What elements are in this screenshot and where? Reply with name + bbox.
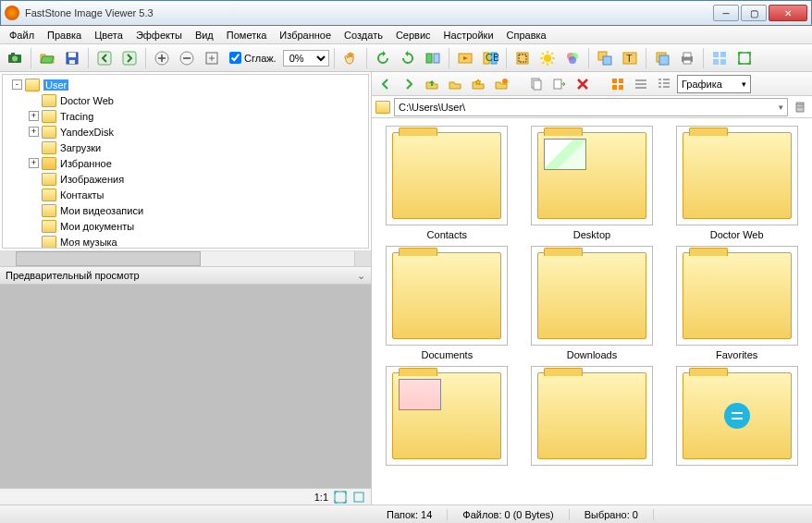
menu-эффекты[interactable]: Эффекты <box>130 28 188 43</box>
zoom-fit-icon[interactable] <box>201 47 223 69</box>
tree-item[interactable]: Мои видеозаписи <box>5 202 366 218</box>
tree-label: Мои видеозаписи <box>60 205 143 216</box>
batch-icon[interactable] <box>651 47 673 69</box>
tree-item[interactable]: Мои документы <box>5 218 366 234</box>
menu-вид[interactable]: Вид <box>190 28 219 43</box>
tree-toggle-icon <box>29 237 39 247</box>
thumbnail-item[interactable]: Documents <box>379 246 515 360</box>
smooth-checkbox[interactable]: Сглаж. <box>229 52 277 64</box>
tree-toggle-icon[interactable]: + <box>29 158 39 168</box>
thumbnail-item[interactable] <box>524 366 660 469</box>
menu-сервис[interactable]: Сервис <box>390 28 437 43</box>
thumbnail-item[interactable]: Doctor Web <box>669 126 805 240</box>
tree-item[interactable]: Изображения <box>5 171 366 187</box>
svg-rect-42 <box>534 80 541 90</box>
view-thumbs-icon[interactable] <box>608 74 628 94</box>
nav-new-folder-icon[interactable] <box>491 74 511 94</box>
nav-home-icon[interactable] <box>445 74 465 94</box>
compare-icon[interactable]: CB <box>479 47 501 69</box>
svg-rect-32 <box>683 60 691 64</box>
menu-пометка[interactable]: Пометка <box>221 28 273 43</box>
tree-item[interactable]: Контакты <box>5 187 366 202</box>
folder-tree[interactable]: -UserDoctor Web+Tracing+YandexDiskЗагруз… <box>2 74 369 249</box>
thumbnail-label: Downloads <box>567 349 617 360</box>
close-button[interactable]: ✕ <box>769 5 807 21</box>
nav-forward-icon[interactable] <box>399 74 419 94</box>
crop-icon[interactable] <box>511 47 534 69</box>
thumbnail-item[interactable] <box>379 366 515 469</box>
address-config-icon[interactable] <box>792 99 808 116</box>
tree-item[interactable]: Doctor Web <box>5 92 366 108</box>
thumbnail-item[interactable]: Contacts <box>379 126 515 240</box>
resize-icon[interactable] <box>594 47 616 69</box>
nav-move-icon[interactable] <box>549 74 570 94</box>
menu-правка[interactable]: Правка <box>42 28 87 43</box>
nav-back-icon[interactable] <box>375 74 396 94</box>
tree-item[interactable]: +Избранное <box>5 155 366 171</box>
text-icon[interactable]: T <box>619 47 641 69</box>
next-icon[interactable] <box>118 47 141 69</box>
save-icon[interactable] <box>61 47 83 69</box>
tree-toggle-icon[interactable]: - <box>12 79 22 90</box>
left-pane: -UserDoctor Web+Tracing+YandexDiskЗагруз… <box>0 72 372 505</box>
tree-toggle-icon <box>29 142 39 152</box>
menu-цвета[interactable]: Цвета <box>89 28 129 43</box>
svg-rect-25 <box>603 56 611 65</box>
print-icon[interactable] <box>676 47 698 69</box>
fit-icon[interactable] <box>334 491 347 504</box>
svg-rect-37 <box>739 53 750 64</box>
thumbnail-item[interactable]: Downloads <box>524 246 660 360</box>
rotate-right-icon[interactable] <box>397 47 419 69</box>
view-list-icon[interactable] <box>631 74 651 94</box>
expand-icon[interactable] <box>352 491 365 504</box>
brightness-icon[interactable] <box>536 47 559 69</box>
zoom-select[interactable]: 0% <box>283 50 329 67</box>
zoom-out-icon[interactable] <box>176 47 198 69</box>
chevron-down-icon[interactable]: ⌄ <box>357 270 365 282</box>
thumbnail-item[interactable]: Favorites <box>669 246 805 360</box>
tree-toggle-icon[interactable]: + <box>29 111 39 121</box>
open-folder-icon[interactable] <box>36 47 58 69</box>
thumbnail-grid[interactable]: ContactsDesktopDoctor WebDocumentsDownlo… <box>372 118 812 505</box>
menu-избранное[interactable]: Избранное <box>274 28 337 43</box>
view-mode-dropdown[interactable]: Графика <box>677 75 751 93</box>
tree-toggle-icon[interactable]: + <box>29 127 39 137</box>
preview-header[interactable]: Предварительный просмотр ⌄ <box>0 266 371 285</box>
nav-fav-icon[interactable] <box>468 74 488 94</box>
smooth-input[interactable] <box>229 52 241 64</box>
prev-icon[interactable] <box>93 47 116 69</box>
tree-label: Моя музыка <box>60 237 117 248</box>
tree-item[interactable]: +YandexDisk <box>5 124 366 140</box>
fullscreen-icon[interactable] <box>733 47 756 69</box>
menu-файл[interactable]: Файл <box>4 28 40 43</box>
thumbnail-item[interactable]: Desktop <box>524 126 660 240</box>
slideshow-icon[interactable] <box>454 47 476 69</box>
menu-справка[interactable]: Справка <box>501 28 552 43</box>
tree-toggle-icon <box>29 189 39 200</box>
tree-item[interactable]: -User <box>5 77 366 92</box>
menu-создать[interactable]: Создать <box>338 28 388 43</box>
settings-icon[interactable] <box>708 47 731 69</box>
svg-rect-38 <box>335 492 346 503</box>
address-input[interactable]: C:\Users\User\ <box>394 98 788 116</box>
flip-icon[interactable] <box>422 47 444 69</box>
nav-delete-icon[interactable] <box>572 74 593 94</box>
svg-rect-4 <box>68 53 76 57</box>
rotate-left-icon[interactable] <box>372 47 394 69</box>
menu-настройки[interactable]: Настройки <box>438 28 499 43</box>
nav-up-icon[interactable] <box>422 74 442 94</box>
zoom-in-icon[interactable] <box>151 47 173 69</box>
view-details-icon[interactable] <box>654 74 674 94</box>
color-icon[interactable] <box>561 47 584 69</box>
zoom-ratio: 1:1 <box>314 492 328 503</box>
nav-copy-icon[interactable] <box>526 74 547 94</box>
maximize-button[interactable]: ▢ <box>741 5 767 21</box>
tree-hscrollbar[interactable] <box>0 250 371 266</box>
camera-icon[interactable] <box>4 47 26 69</box>
tree-item[interactable]: +Tracing <box>5 108 366 124</box>
tree-item[interactable]: Моя музыка <box>5 234 366 249</box>
hand-tool-icon[interactable] <box>339 47 362 69</box>
tree-item[interactable]: Загрузки <box>5 140 366 155</box>
thumbnail-item[interactable] <box>669 366 805 469</box>
minimize-button[interactable]: ─ <box>713 5 739 21</box>
